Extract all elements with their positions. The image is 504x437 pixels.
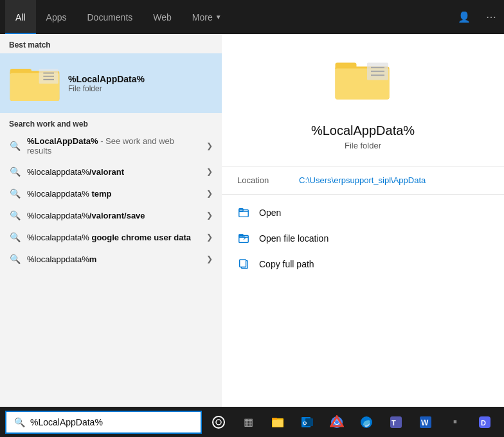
right-panel: %LocalAppData% File folder Location C:\U…	[222, 34, 504, 407]
search-item-0[interactable]: 🔍 %LocalAppData% - See work and web resu…	[0, 131, 222, 161]
chevron-icon-3: ❯	[206, 211, 213, 220]
result-folder-icon	[334, 53, 392, 113]
copy-full-path-label: Copy full path	[259, 259, 314, 269]
taskbar-icons: ▦ O	[204, 408, 499, 436]
best-match-type: File folder	[68, 84, 145, 93]
search-item-1[interactable]: 🔍 %localappdata%/valorant ❯	[0, 161, 222, 183]
action-open-file-location[interactable]: Open file location	[222, 226, 504, 251]
search-item-text-0: %LocalAppData% - See work and web result…	[27, 136, 200, 156]
copy-full-path-icon	[237, 258, 250, 271]
taskbar-file-explorer[interactable]	[264, 408, 292, 436]
open-file-location-label: Open file location	[259, 233, 328, 244]
best-match-text: %LocalAppData% File folder	[68, 74, 145, 93]
search-bar-icon: 🔍	[14, 417, 25, 427]
search-icon-2: 🔍	[9, 188, 21, 199]
svg-point-20	[213, 416, 224, 428]
chevron-icon-4: ❯	[206, 233, 213, 242]
search-item-4[interactable]: 🔍 %localappdata% google chrome user data…	[0, 226, 222, 248]
chevron-icon-0: ❯	[206, 141, 213, 150]
tab-more[interactable]: More ▼	[182, 0, 232, 34]
svg-text:T: T	[392, 419, 396, 427]
action-open[interactable]: Open	[222, 200, 504, 226]
taskbar-edge[interactable]	[352, 408, 381, 436]
search-item-text-5: %localappdata%m	[27, 254, 200, 264]
taskbar-outlook[interactable]: O	[293, 408, 321, 436]
search-icon-4: 🔍	[9, 231, 21, 243]
open-icon	[237, 206, 250, 219]
best-match-name: %LocalAppData%	[68, 74, 145, 84]
taskbar-discord[interactable]: D	[471, 408, 499, 436]
chevron-icon-2: ❯	[206, 189, 213, 198]
taskbar-extra[interactable]: ▪	[441, 408, 469, 436]
result-subtitle: File folder	[345, 141, 381, 150]
left-panel: Best match %LocalAppData% File folder Se…	[0, 34, 222, 407]
search-item-text-1: %localappdata%/valorant	[27, 167, 200, 177]
user-icon[interactable]: 👤	[455, 8, 473, 26]
svg-text:O: O	[303, 420, 307, 426]
result-title: %LocalAppData%	[311, 123, 415, 138]
open-file-location-icon	[237, 232, 250, 245]
taskbar-chrome[interactable]	[323, 408, 351, 436]
tab-documents[interactable]: Documents	[76, 0, 143, 34]
search-item-2[interactable]: 🔍 %localappdata% temp ❯	[0, 183, 222, 204]
svg-point-21	[216, 420, 221, 425]
svg-rect-24	[273, 420, 283, 427]
more-options-icon[interactable]: ⋯	[483, 8, 499, 26]
action-list: Open Open file location	[222, 195, 504, 282]
chevron-icon-5: ❯	[206, 254, 213, 263]
svg-rect-19	[240, 260, 246, 267]
search-icon-1: 🔍	[9, 166, 21, 177]
search-item-3[interactable]: 🔍 %localappdata%/valorant/save ❯	[0, 204, 222, 226]
search-icon-3: 🔍	[9, 210, 21, 221]
svg-text:W: W	[421, 418, 429, 427]
taskbar-teams[interactable]: T	[382, 408, 410, 436]
search-bar[interactable]: 🔍	[5, 411, 202, 434]
search-item-5[interactable]: 🔍 %localappdata%m ❯	[0, 248, 222, 270]
open-label: Open	[259, 208, 281, 218]
search-web-label: Search work and web	[0, 113, 222, 131]
taskbar: 🔍 ▦ O	[0, 407, 504, 437]
tab-all[interactable]: All	[5, 0, 36, 34]
action-copy-full-path[interactable]: Copy full path	[222, 251, 504, 277]
taskbar-search[interactable]	[204, 408, 233, 436]
location-label: Location	[237, 175, 289, 185]
taskbar-word[interactable]: W	[411, 408, 440, 436]
svg-point-30	[335, 420, 339, 424]
taskbar-task-view[interactable]: ▦	[234, 408, 262, 436]
folder-icon	[9, 58, 60, 108]
search-input[interactable]	[30, 417, 193, 427]
search-item-text-4: %localappdata% google chrome user data	[27, 233, 200, 242]
tab-web[interactable]: Web	[143, 0, 182, 34]
main-layout: Best match %LocalAppData% File folder Se…	[0, 34, 504, 407]
chevron-down-icon: ▼	[215, 13, 222, 21]
search-item-text-3: %localappdata%/valorant/save	[27, 211, 200, 220]
nav-icons: 👤 ⋯	[455, 8, 499, 26]
location-row: Location C:\Users\erpsupport_sipl\AppDat…	[222, 166, 504, 195]
search-item-text-2: %localappdata% temp	[27, 189, 200, 199]
top-navigation: All Apps Documents Web More ▼ 👤 ⋯	[0, 0, 504, 34]
svg-text:D: D	[481, 419, 486, 427]
best-match-label: Best match	[0, 34, 222, 53]
best-match-item[interactable]: %LocalAppData% File folder	[0, 53, 222, 113]
search-icon-0: 🔍	[9, 140, 21, 152]
search-icon-5: 🔍	[9, 253, 21, 265]
tab-apps[interactable]: Apps	[36, 0, 77, 34]
location-value[interactable]: C:\Users\erpsupport_sipl\AppData	[299, 175, 426, 185]
chevron-icon-1: ❯	[206, 167, 213, 176]
